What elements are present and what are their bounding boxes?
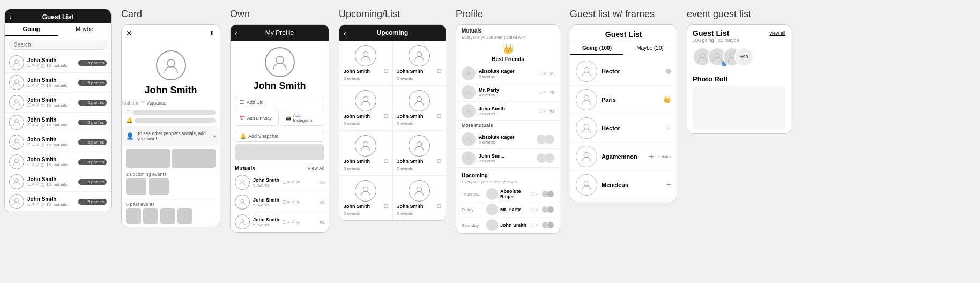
mutuals-count: 15 mutuals <box>46 63 67 68</box>
svg-point-10 <box>241 180 244 183</box>
upcoming-cell[interactable]: John Smith ☐ 5 events <box>393 86 446 130</box>
glf-phone: Guest List Going (100) Maybe (20) Hector… <box>570 24 677 202</box>
glf-list-item[interactable]: Meneleus + <box>570 171 677 199</box>
guest-list-header: ‹ Guest List <box>5 9 111 23</box>
upcoming-cell[interactable]: John Smith ☐ 5 events <box>339 131 392 175</box>
own-back-icon[interactable]: ‹ <box>235 29 237 38</box>
event-name: John Smith <box>500 222 526 228</box>
profile-more-mutual-item[interactable]: John Smi... 2 events <box>456 149 560 168</box>
party-badge: 🎵 5 parties <box>78 159 107 165</box>
event-avatar <box>486 188 498 200</box>
upcoming-name-row: John Smith ☐ <box>397 114 442 119</box>
instagram-icon: ☐ <box>384 114 388 119</box>
add-socials-banner[interactable]: 👤 To see other people's socials, add you… <box>122 126 220 146</box>
upcoming-cell[interactable]: John Smith ☐ 5 events <box>393 131 446 175</box>
add-icon[interactable]: + <box>666 180 671 190</box>
profile-more-mutual-item[interactable]: Absolute Rager 5 events <box>456 130 560 149</box>
event-day: Saturday <box>462 223 484 228</box>
add-icon[interactable]: + <box>666 123 671 133</box>
add-icon[interactable]: + <box>649 152 654 161</box>
svg-point-1 <box>15 80 19 84</box>
upcoming-cell[interactable]: John Smith ☐ 5 events <box>339 41 392 85</box>
profile-upcoming-item[interactable]: Thursday Absolute Rager ☐ ≡ <box>456 187 560 202</box>
tab-going[interactable]: Going <box>5 23 58 36</box>
guest-list-item[interactable]: John Smith ☐ ≡ ✓ ◎ 15 mutuals 🎵 5 partie… <box>5 93 111 113</box>
view-all-btn[interactable]: view all <box>769 31 785 36</box>
egl-label: event guest list <box>687 9 791 20</box>
guest-list-item[interactable]: John Smith ☐ ≡ ✓ ◎ 15 mutuals 🎵 5 partie… <box>5 53 111 73</box>
share-icon[interactable]: ⬆ <box>209 29 214 37</box>
profile-mutual-avatar <box>462 85 476 99</box>
guest-list-item[interactable]: John Smith ☐ ≡ ✓ ◎ 15 mutuals 🎵 5 partie… <box>5 192 111 212</box>
upcoming-cell[interactable]: John Smith ☐ 5 events <box>339 86 392 130</box>
arrow-right-icon: › <box>213 132 216 140</box>
tab-maybe[interactable]: Maybe <box>58 23 111 36</box>
glf-list-item[interactable]: Agamemnon +1 status <box>570 143 677 171</box>
icon-1: ☐ <box>531 223 534 228</box>
own-mutual-item[interactable]: John Smith 5 events ☐ ≡ ✓ ◎ #2 <box>231 192 329 212</box>
svg-point-5 <box>15 159 19 163</box>
glf-avatar <box>576 89 597 110</box>
guest-name: John Smith <box>27 157 75 162</box>
glf-list-item[interactable]: Hector <box>570 57 677 86</box>
upcoming-name-row: John Smith ☐ <box>397 204 442 209</box>
egl-title: Guest List <box>693 29 729 38</box>
own-mutuals-list: John Smith 5 events ☐ ≡ ✓ ◎ #1 John Smit… <box>231 173 329 232</box>
ev-img-2 <box>149 178 169 195</box>
glf-tab-going[interactable]: Going (100) <box>570 42 623 55</box>
profile-upcoming-item[interactable]: Friday Mr. Party ☐ ≡ <box>456 202 560 218</box>
guest-list-item[interactable]: John Smith ☐ ≡ ✓ ◎ 15 mutuals 🎵 5 partie… <box>5 132 111 152</box>
instagram-icon: ☐ <box>384 159 388 164</box>
guest-meta: ☐ ≡ ✓ ◎ 15 mutuals <box>27 143 75 147</box>
guest-list-item[interactable]: John Smith ☐ ≡ ✓ ◎ 15 mutuals 🎵 5 partie… <box>5 73 111 93</box>
add-bio-btn[interactable]: ☰ Add Bio <box>235 96 324 108</box>
guest-list-item[interactable]: John Smith ☐ ≡ ✓ ◎ 15 mutuals 🎵 5 partie… <box>5 152 111 172</box>
guest-info: John Smith ☐ ≡ ✓ ◎ 15 mutuals <box>27 157 75 167</box>
mutual-rank: #2 <box>320 200 324 205</box>
mutuals-section-sub: Everyone you've ever partied with <box>456 35 560 42</box>
profile-mutual-name: John Smith <box>479 106 536 111</box>
upcoming-grid: John Smith ☐ 5 events John Smith ☐ 5 eve… <box>339 41 446 220</box>
upcoming-cell[interactable]: John Smith ☐ 5 events <box>393 176 446 220</box>
own-mutual-item[interactable]: John Smith 5 events ☐ ≡ ✓ ◎ #1 <box>231 173 329 192</box>
social-icons: ☐ ≡ ✓ ◎ <box>27 182 44 187</box>
back-icon[interactable]: ‹ <box>9 13 12 21</box>
view-all-btn[interactable]: View All <box>308 166 324 172</box>
event-name: Absolute Rager <box>500 189 529 199</box>
own-mutual-item[interactable]: John Smith 5 events ☐ ≡ ✓ ◎ #3 <box>231 212 329 232</box>
svg-point-8 <box>167 59 175 67</box>
upcoming-name-row: John Smith ☐ <box>344 159 388 164</box>
add-birthday-btn[interactable]: 📅 Add Birthday <box>235 110 279 126</box>
mutual-rank: #3 <box>320 220 324 225</box>
profile-mutual-item[interactable]: Absolute Rager 5 events ☐ ≡ #1 <box>456 64 560 83</box>
upcoming-cell[interactable]: John Smith ☐ 5 events <box>393 41 446 85</box>
upcoming-back-icon[interactable]: ‹ <box>344 29 346 38</box>
glf-list-item[interactable]: Paris 👑 <box>570 86 677 114</box>
guest-list-item[interactable]: John Smith ☐ ≡ ✓ ◎ 15 mutuals 🎵 5 partie… <box>5 113 111 132</box>
add-snapchat-btn[interactable]: 🔔 Add Snapchat <box>235 130 324 142</box>
guest-name: John Smith <box>27 57 75 63</box>
more-mutual-icons <box>537 153 554 163</box>
guest-list-item[interactable]: John Smith ☐ ≡ ✓ ◎ 15 mutuals 🎵 5 partie… <box>5 172 111 192</box>
more-mutual-events: 2 events <box>479 159 533 163</box>
add-instagram-btn[interactable]: 📸 Add Instagram <box>281 110 325 126</box>
profile-mutual-item[interactable]: John Smith 2 events ☐ ≡ #3 <box>456 102 560 121</box>
glf-section: Guest list w/ frames Guest List Going (1… <box>570 9 677 202</box>
search-input[interactable] <box>9 40 107 50</box>
social-icons: ☐ ≡ ✓ ◎ <box>27 63 44 68</box>
profile-mutual-item[interactable]: Mr. Party 4 events ☐ ≡ #2 <box>456 83 560 102</box>
glf-list-item[interactable]: Hector + <box>570 114 677 143</box>
image-placeholder-2 <box>172 149 216 168</box>
upcoming-avatar <box>355 90 376 111</box>
egl-maybe: 20 maybe <box>718 38 739 43</box>
upcoming-cell[interactable]: John Smith ☐ 5 events <box>339 176 392 220</box>
past-events-images <box>126 208 216 224</box>
event-icons: ☐ ≡ <box>531 192 538 197</box>
upcoming-user-events: 5 events <box>397 211 442 216</box>
instagram-icon: 📸 <box>286 116 291 121</box>
upcoming-user-name: John Smith <box>397 204 424 209</box>
close-icon[interactable]: ✕ <box>126 29 132 38</box>
profile-upcoming-item[interactable]: Saturday John Smith ☐ ≡ <box>456 218 560 233</box>
glf-tab-maybe[interactable]: Maybe (20) <box>623 42 677 55</box>
social-icons: ☐ ≡ ✓ ◎ <box>27 83 44 88</box>
